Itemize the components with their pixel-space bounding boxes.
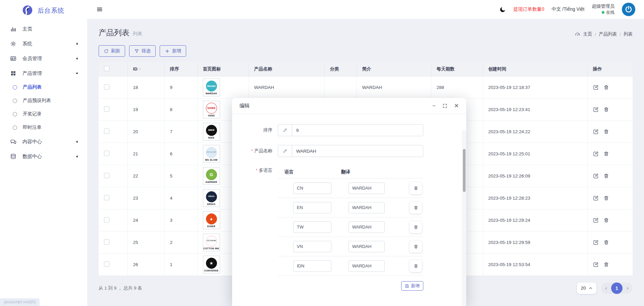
dark-mode-moon-icon[interactable] bbox=[499, 6, 506, 13]
row-checkbox[interactable] bbox=[104, 195, 109, 200]
sidebar-item-data-center[interactable]: 数据中心 bbox=[0, 149, 87, 164]
lang-code-input[interactable] bbox=[293, 221, 331, 233]
minimize-icon[interactable]: − bbox=[432, 103, 436, 109]
cell-sort: 4 bbox=[164, 187, 197, 209]
row-checkbox[interactable] bbox=[104, 129, 109, 134]
sidebar-item-instant-bets[interactable]: 即时注单 bbox=[0, 121, 87, 134]
trash-icon[interactable] bbox=[603, 195, 609, 201]
current-page-button[interactable]: 1 bbox=[611, 283, 623, 294]
sidebar-item-draw-records[interactable]: 开奖记录 bbox=[0, 107, 87, 121]
product-name-input[interactable] bbox=[292, 145, 423, 157]
edit-icon[interactable] bbox=[593, 107, 599, 112]
trash-icon[interactable] bbox=[603, 129, 609, 135]
sidebar-subitem-label: 产品预设列表 bbox=[23, 98, 51, 104]
row-checkbox[interactable] bbox=[104, 261, 109, 267]
col-sort[interactable]: 排序 bbox=[164, 62, 197, 76]
close-icon[interactable]: ✕ bbox=[454, 103, 459, 109]
cell-sort: 7 bbox=[164, 120, 197, 143]
translation-input[interactable] bbox=[348, 260, 385, 272]
withdraw-notice[interactable]: 提现订单数量0 bbox=[514, 6, 544, 12]
trash-icon[interactable] bbox=[603, 217, 609, 223]
cell-sort: 2 bbox=[164, 231, 197, 253]
col-id[interactable]: ID↑ bbox=[127, 62, 164, 76]
translation-input[interactable] bbox=[348, 221, 385, 233]
breadcrumb-home[interactable]: 主页 bbox=[583, 31, 592, 37]
trash-icon[interactable] bbox=[603, 107, 609, 112]
filter-button[interactable]: 筛选 bbox=[129, 45, 156, 57]
refresh-button[interactable]: 刷新 bbox=[99, 45, 125, 57]
cell-created: 2023-05-19 12:23:41 bbox=[483, 98, 587, 120]
sidebar-item-content-center[interactable]: 内容中心 bbox=[0, 134, 87, 149]
link-status-tooltip: javascript:void(0) bbox=[0, 298, 40, 306]
sort-input[interactable] bbox=[292, 124, 423, 136]
product-logo: WardahWARDAH bbox=[203, 79, 220, 96]
select-all-checkbox[interactable] bbox=[104, 66, 109, 71]
pagination: 20 ‹ 1 › bbox=[577, 283, 633, 294]
brand: 后台系统 bbox=[0, 0, 87, 21]
breadcrumb-section[interactable]: 产品列表 bbox=[599, 31, 617, 37]
fullscreen-icon[interactable] bbox=[442, 103, 447, 108]
sidebar-item-home[interactable]: 主页 bbox=[0, 21, 87, 36]
trash-icon[interactable] bbox=[603, 151, 609, 157]
edit-icon[interactable] bbox=[593, 151, 599, 157]
trash-icon[interactable] bbox=[603, 85, 609, 90]
delete-row-button[interactable] bbox=[410, 202, 422, 214]
row-checkbox[interactable] bbox=[104, 84, 109, 90]
sidebar-item-products[interactable]: 产品管理 bbox=[0, 66, 87, 81]
row-checkbox[interactable] bbox=[104, 173, 109, 178]
page-size-select[interactable]: 20 bbox=[577, 283, 596, 294]
modal-scrollbar-thumb[interactable] bbox=[463, 149, 466, 192]
hamburger-menu-icon[interactable] bbox=[96, 6, 103, 13]
trash-icon[interactable] bbox=[603, 173, 609, 179]
cell-created: 2023-05-19 12:24:22 bbox=[483, 120, 587, 143]
delete-row-button[interactable] bbox=[410, 241, 422, 253]
brand-logo-icon bbox=[21, 5, 34, 17]
lang-code-input[interactable] bbox=[293, 202, 331, 213]
lang-code-input[interactable] bbox=[293, 183, 331, 194]
trash-icon[interactable] bbox=[603, 262, 609, 267]
i18n-row bbox=[278, 198, 423, 217]
prev-page-button[interactable]: ‹ bbox=[601, 285, 611, 292]
add-button[interactable]: 新增 bbox=[160, 45, 186, 57]
trash-icon bbox=[414, 244, 418, 249]
next-page-button[interactable]: › bbox=[623, 285, 633, 292]
translation-input[interactable] bbox=[348, 241, 385, 252]
edit-icon[interactable] bbox=[593, 173, 599, 179]
edit-icon[interactable] bbox=[593, 240, 599, 245]
avatar[interactable] bbox=[622, 3, 635, 16]
i18n-row bbox=[278, 256, 423, 276]
col-intro: 简介 bbox=[357, 62, 431, 76]
cell-created: 2023-05-19 12:25:01 bbox=[483, 143, 587, 165]
edit-icon[interactable] bbox=[593, 85, 599, 90]
cell-id: 18 bbox=[127, 76, 164, 98]
lang-code-input[interactable] bbox=[293, 241, 331, 252]
trash-icon bbox=[414, 264, 418, 268]
row-checkbox[interactable] bbox=[104, 106, 109, 112]
gauge-icon bbox=[575, 32, 580, 37]
lang-code-input[interactable] bbox=[293, 260, 331, 272]
modal-scrollbar[interactable] bbox=[462, 130, 466, 306]
sidebar-item-product-preset-list[interactable]: 产品预设列表 bbox=[0, 94, 87, 107]
product-logo: COTTON INKCOTTON INK bbox=[203, 234, 220, 251]
sidebar-item-product-list[interactable]: 产品列表 bbox=[0, 81, 87, 94]
add-language-button[interactable]: 新增 bbox=[401, 281, 423, 291]
sort-field-label: 排序 bbox=[232, 124, 278, 136]
row-checkbox[interactable] bbox=[104, 217, 109, 222]
edit-icon[interactable] bbox=[593, 129, 599, 135]
breadcrumb: 主页 / 产品列表 / 列表 bbox=[575, 31, 633, 38]
delete-row-button[interactable] bbox=[410, 182, 422, 194]
edit-icon[interactable] bbox=[593, 262, 599, 267]
edit-icon[interactable] bbox=[593, 217, 599, 223]
language-switcher[interactable]: 中文 /Tiếng Việt bbox=[551, 6, 584, 12]
row-checkbox[interactable] bbox=[104, 151, 109, 156]
edit-icon[interactable] bbox=[593, 195, 599, 201]
trash-icon[interactable] bbox=[603, 240, 609, 245]
sidebar-item-system[interactable]: 系统 bbox=[0, 36, 87, 51]
translation-input[interactable] bbox=[348, 183, 385, 194]
delete-row-button[interactable] bbox=[410, 221, 422, 233]
row-checkbox[interactable] bbox=[104, 239, 109, 245]
cell-sort: 6 bbox=[164, 143, 197, 165]
translation-input[interactable] bbox=[348, 202, 385, 213]
sidebar-item-members[interactable]: 会员管理 bbox=[0, 51, 87, 66]
delete-row-button[interactable] bbox=[410, 260, 422, 272]
